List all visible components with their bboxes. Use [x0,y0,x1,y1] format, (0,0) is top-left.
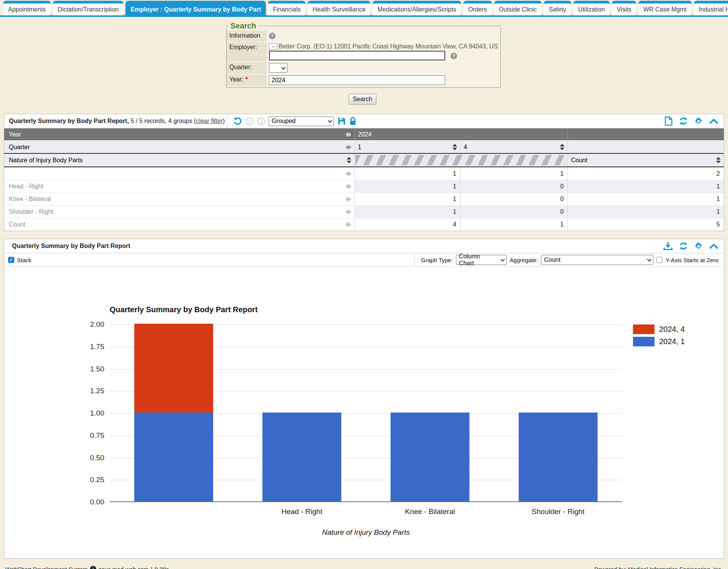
information-help-icon[interactable]: ? [269,33,276,39]
employer-help-icon[interactable]: ? [451,53,457,59]
tab-label: Medications/Allergies/Scripts [377,6,456,13]
chart-plot [110,324,622,502]
quarter-label: Quarter: [227,62,267,74]
clear-filter-link[interactable]: clear filter [196,118,222,125]
chevron-down-icon [328,118,332,123]
download-icon[interactable] [663,241,673,251]
quarter-select[interactable] [269,63,287,73]
report-grid: Year 2024 Quarter 1 4 [4,128,724,231]
tab-safety[interactable]: Safety [544,1,571,15]
column-resize-handle[interactable] [346,184,351,189]
aggregate-select[interactable]: Count [541,255,653,265]
tab-utilization[interactable]: Utilization [573,1,610,15]
chevron-down-icon [647,257,651,261]
tab-dictation-transcription[interactable]: Dictation/Transcription [53,1,124,15]
year-row-value: 2024 [358,131,372,138]
sort-icon[interactable] [716,157,721,163]
bar-segment [262,413,341,501]
collapse-panel-icon[interactable] [709,118,718,124]
next-page-icon[interactable]: ❯ [257,117,265,125]
legend-item: 2024, 4 [633,324,685,334]
column-resize-handle[interactable] [346,171,351,176]
stack-checkbox[interactable]: ✓ [8,257,14,263]
information-label: Information [227,30,267,42]
tab-bar: AppointmentsDictation/TranscriptionEmplo… [0,0,728,17]
y-axis-tick-label: 2.00 [62,320,104,329]
employer-row: Employer: − Better Corp. (EO-1) 12001 Pa… [227,42,500,62]
tab-wr-case-mgmt[interactable]: WR Case Mgmt [638,1,692,15]
y-axis-zero-checkbox[interactable] [656,257,663,263]
tab-medications-allergies-scripts[interactable]: Medications/Allergies/Scripts [372,1,461,15]
graph-type-select[interactable]: Column Chart [456,255,507,265]
tab-label: Orders [468,6,487,13]
year-input[interactable] [269,75,445,85]
y-axis-tick-label: 1.00 [62,409,104,418]
report-table-header: Quarterly Summary by Body Part Report, 5… [4,114,724,128]
lock-icon[interactable] [349,117,356,125]
q4-value: 0 [460,193,568,205]
chart-legend: 2024, 42024, 1 [633,324,685,346]
column-resize-handle[interactable] [346,222,351,227]
chart-x-axis-title: Nature of Injury Body Parts [110,528,622,537]
x-axis-category-label: Head - Right [238,507,366,516]
sort-icon[interactable] [452,144,457,150]
tab-health-surveillance[interactable]: Health Surveillance [307,1,371,15]
x-axis-category-label: Knee - Bilateral [366,507,494,516]
bar-segment [519,413,598,501]
legend-label: 2024, 4 [659,325,685,334]
tab-financials[interactable]: Financials [268,1,306,15]
employer-collapse-button[interactable]: − [269,43,277,50]
q1-value: 4 [354,218,460,231]
tab-orders[interactable]: Orders [463,1,492,15]
quarter-row: Quarter: [227,62,500,74]
y-axis-tick-label: 1.25 [62,387,104,395]
count-value: 1 [568,206,724,218]
legend-label: 2024, 1 [659,337,685,346]
view-mode-select[interactable]: Grouped [269,116,334,126]
tab-appointments[interactable]: Appointments [3,1,51,15]
chart-panel: Quarterly Summary by Body Part Report ✓ [4,239,724,559]
new-document-icon[interactable] [665,116,673,126]
tab-visits[interactable]: Visits [612,1,636,15]
sort-icon[interactable] [560,144,564,150]
tab-employer-quarterly-summary[interactable]: Employer : Quarterly Summary by Body Par… [125,1,266,15]
refresh-icon[interactable] [679,241,688,251]
tab-industrial-hygiene[interactable]: Industrial Hygiene [694,1,728,15]
undo-icon[interactable] [233,116,242,126]
tab-label: Dictation/Transcription [58,6,119,13]
page: AppointmentsDictation/TranscriptionEmplo… [0,0,728,569]
chevron-down-icon [500,257,504,261]
employer-selected-value: Better Corp. (EO-1) 12001 Pacific Coast … [279,43,498,50]
table-row: 112 [4,167,724,180]
column-resize-handle[interactable] [346,210,351,214]
employer-search-input[interactable] [269,51,445,60]
prev-page-icon[interactable]: ❮ [245,117,254,125]
settings-gear-icon[interactable] [694,117,703,126]
year-label: Year:* [227,74,267,86]
column-resize-handle[interactable] [346,132,351,137]
table-row: Shoulder - Right101 [4,205,724,218]
save-icon[interactable] [337,117,346,125]
row-label: Count [9,221,25,228]
y-axis-tick-label: 0.25 [62,476,104,484]
settings-gear-icon[interactable] [694,242,703,251]
search-button[interactable]: Search [349,94,376,105]
tab-label: Safety [549,6,566,13]
chart-title: Quarterly Summary by Body Part Report [110,305,258,314]
refresh-icon[interactable] [679,116,688,126]
column-resize-handle[interactable] [346,197,351,201]
tab-label: Outside Clinic [499,6,537,13]
grid-row-nature: Nature of Injury Body Parts Count [4,154,724,167]
tab-outside-clinic[interactable]: Outside Clinic [494,1,542,15]
year-row: Year:* [227,74,500,86]
tab-label: Appointments [8,6,46,13]
row-label: Head - Right [9,183,43,190]
info-icon[interactable]: i [90,566,96,569]
tab-label: WR Case Mgmt [643,6,687,13]
count-value: 2 [568,168,724,180]
sort-icon[interactable] [347,157,351,163]
column-resize-handle[interactable] [346,145,351,150]
search-fieldset: Search Information ? Employer: − Better … [226,22,501,88]
tab-label: Health Surveillance [312,6,366,13]
collapse-panel-icon[interactable] [709,243,718,249]
